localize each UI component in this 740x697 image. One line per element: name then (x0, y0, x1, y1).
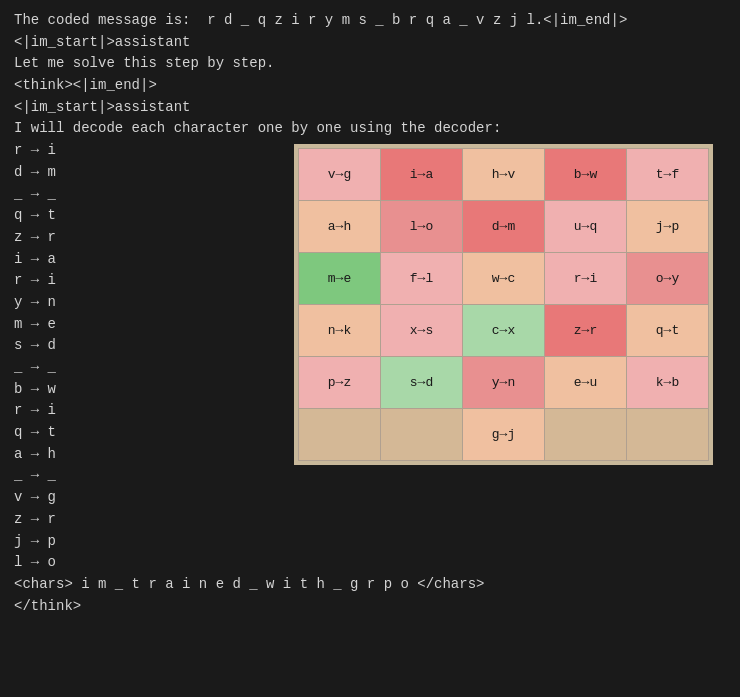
grid-cell-1-1: l→o (381, 201, 463, 253)
grid-cell-4-1: s→d (381, 357, 463, 409)
grid-cell-5-0 (299, 409, 381, 461)
grid-cell-4-4: k→b (627, 357, 709, 409)
grid-cell-3-2: c→x (463, 305, 545, 357)
grid-cell-0-0: v→g (299, 149, 381, 201)
decode-step-10: _ → _ (14, 357, 294, 379)
decoder-grid: v→gi→ah→vb→wt→fa→hl→od→mu→qj→pm→ef→lw→cr… (298, 148, 709, 461)
grid-cell-5-1 (381, 409, 463, 461)
decode-step-17: z → r (14, 509, 294, 531)
grid-cell-4-0: p→z (299, 357, 381, 409)
decode-step-16: v → g (14, 487, 294, 509)
line-4: <think><|im_end|> (14, 75, 726, 97)
decode-step-2: _ → _ (14, 184, 294, 206)
grid-cell-0-4: t→f (627, 149, 709, 201)
grid-cell-1-4: j→p (627, 201, 709, 253)
grid-row-0: v→gi→ah→vb→wt→f (299, 149, 709, 201)
decode-step-6: r → i (14, 270, 294, 292)
grid-row-4: p→zs→dy→ne→uk→b (299, 357, 709, 409)
decode-step-15: _ → _ (14, 465, 294, 487)
top-lines: The coded message is: r d _ q z i r y m … (14, 10, 726, 140)
grid-cell-0-3: b→w (545, 149, 627, 201)
grid-cell-4-2: y→n (463, 357, 545, 409)
grid-cell-0-1: i→a (381, 149, 463, 201)
decode-step-13: q → t (14, 422, 294, 444)
bottom-lines: <chars> i m _ t r a i n e d _ w i t h _ … (14, 574, 726, 617)
grid-cell-0-2: h→v (463, 149, 545, 201)
decode-step-9: s → d (14, 335, 294, 357)
line-1: The coded message is: r d _ q z i r y m … (14, 10, 726, 32)
decode-step-11: b → w (14, 379, 294, 401)
decode-step-7: y → n (14, 292, 294, 314)
grid-row-2: m→ef→lw→cr→io→y (299, 253, 709, 305)
grid-cell-5-4 (627, 409, 709, 461)
grid-cell-4-3: e→u (545, 357, 627, 409)
grid-cell-2-2: w→c (463, 253, 545, 305)
think-end-line: </think> (14, 596, 726, 618)
decode-step-1: d → m (14, 162, 294, 184)
main-content: r → id → m_ → _q → tz → ri → ar → iy → n… (14, 140, 726, 574)
grid-cell-5-3 (545, 409, 627, 461)
grid-area: v→gi→ah→vb→wt→fa→hl→od→mu→qj→pm→ef→lw→cr… (294, 140, 726, 574)
chars-line: <chars> i m _ t r a i n e d _ w i t h _ … (14, 574, 726, 596)
grid-row-5: g→j (299, 409, 709, 461)
line-5: <|im_start|>assistant (14, 97, 726, 119)
grid-cell-2-0: m→e (299, 253, 381, 305)
grid-cell-3-0: n→k (299, 305, 381, 357)
decode-step-12: r → i (14, 400, 294, 422)
terminal-output: The coded message is: r d _ q z i r y m … (14, 10, 726, 617)
decode-list: r → id → m_ → _q → tz → ri → ar → iy → n… (14, 140, 294, 574)
grid-cell-3-3: z→r (545, 305, 627, 357)
grid-cell-2-1: f→l (381, 253, 463, 305)
decode-step-8: m → e (14, 314, 294, 336)
decode-step-18: j → p (14, 531, 294, 553)
grid-cell-3-1: x→s (381, 305, 463, 357)
grid-cell-5-2: g→j (463, 409, 545, 461)
grid-cell-2-3: r→i (545, 253, 627, 305)
line-3: Let me solve this step by step. (14, 53, 726, 75)
decode-step-4: z → r (14, 227, 294, 249)
grid-row-3: n→kx→sc→xz→rq→t (299, 305, 709, 357)
grid-row-1: a→hl→od→mu→qj→p (299, 201, 709, 253)
grid-cell-2-4: o→y (627, 253, 709, 305)
decode-step-5: i → a (14, 249, 294, 271)
grid-cell-3-4: q→t (627, 305, 709, 357)
decode-step-19: l → o (14, 552, 294, 574)
decode-step-3: q → t (14, 205, 294, 227)
grid-cell-1-3: u→q (545, 201, 627, 253)
grid-wrapper: v→gi→ah→vb→wt→fa→hl→od→mu→qj→pm→ef→lw→cr… (294, 144, 713, 465)
decode-step-0: r → i (14, 140, 294, 162)
decode-step-14: a → h (14, 444, 294, 466)
line-2: <|im_start|>assistant (14, 32, 726, 54)
line-6: I will decode each character one by one … (14, 118, 726, 140)
grid-cell-1-2: d→m (463, 201, 545, 253)
grid-cell-1-0: a→h (299, 201, 381, 253)
